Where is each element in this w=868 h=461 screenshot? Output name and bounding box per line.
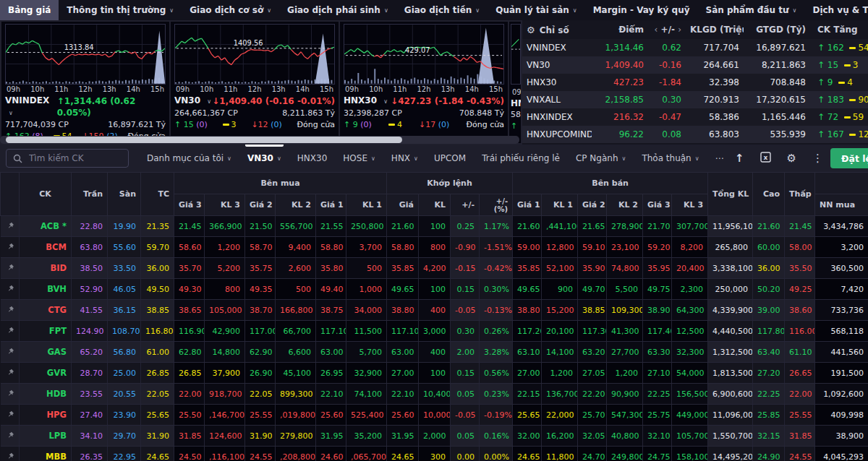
- col-header-khop-kl[interactable]: KL: [419, 194, 451, 216]
- place-order-button[interactable]: Đặt lệnh: [830, 148, 868, 168]
- pin-icon[interactable]: [7, 431, 14, 439]
- pin-icon[interactable]: [7, 264, 14, 271]
- menu-item[interactable]: Thông tin thị trường∨: [59, 0, 182, 20]
- tab-cp-ng-nh[interactable]: CP Ngành∨: [568, 145, 634, 172]
- pin-icon[interactable]: [7, 452, 14, 460]
- tab-danh-m-c-c-a-t-i[interactable]: Danh mục của tôi∨: [139, 145, 239, 172]
- index-name-header[interactable]: ⚙Chỉ số: [522, 25, 592, 35]
- tab-th-a-thu-n[interactable]: Thỏa thuận∨: [634, 145, 707, 172]
- stock-row-BID[interactable]: BID38.5033.5036.0035.705,20035.752,60035…: [1, 258, 868, 279]
- col-header-nn-mua[interactable]: NN mua: [815, 194, 868, 216]
- index-row[interactable]: VNINDEX1,314.460.62717.70416,897.621↑ 16…: [522, 39, 868, 56]
- stock-row-BCM[interactable]: BCM63.8055.6059.7058.601,20058.709,40058…: [1, 237, 868, 258]
- col-header-khop-chg[interactable]: +/-: [451, 194, 480, 216]
- gear-icon[interactable]: ⚙: [527, 25, 535, 35]
- menu-item[interactable]: Margin - Vay ký quỹ: [585, 0, 698, 20]
- pin-icon[interactable]: [7, 222, 14, 229]
- pin-icon[interactable]: [7, 243, 14, 250]
- tab-hnx[interactable]: HNX∨: [383, 145, 426, 172]
- col-header-khop-gia[interactable]: Giá: [387, 194, 419, 216]
- chart-panel-partial[interactable]: 09h HN 58, ↑: [509, 22, 521, 143]
- col-header-mua-kl3[interactable]: KL 3: [205, 194, 245, 216]
- menu-item[interactable]: Dịch vụ & Tiện ích∨: [804, 0, 868, 20]
- stock-row-BVH[interactable]: BVH52.9046.0549.5049.3080049.3550049.401…: [1, 279, 868, 300]
- ticker-symbol[interactable]: BCM: [20, 237, 72, 258]
- menu-item[interactable]: Giao dịch cơ sở∨: [182, 0, 279, 20]
- index-row[interactable]: VN301,409.40-0.16264.6618,211.863↑ 15 3: [522, 56, 868, 74]
- pin-icon[interactable]: [7, 369, 14, 376]
- col-header-mua-kl1[interactable]: KL 1: [346, 194, 387, 216]
- gear-icon[interactable]: ⚙: [787, 153, 796, 164]
- ticker-symbol[interactable]: FPT: [20, 321, 72, 342]
- index-row[interactable]: HNXINDEX216.32-0.4758.3861,165.446↑ 72 5…: [522, 108, 868, 126]
- col-header-ck[interactable]: CK: [20, 173, 72, 216]
- stock-row-CTG[interactable]: CTG41.5536.1538.8538.65105,00038.70166,8…: [1, 300, 868, 321]
- menu-item[interactable]: Sản phẩm đầu tư∨: [698, 0, 805, 20]
- tab-hnx30[interactable]: HNX30: [289, 145, 336, 172]
- col-header-khop-chgp[interactable]: +/-(%): [480, 194, 513, 216]
- index-name[interactable]: VNINDEX ∨: [5, 95, 57, 119]
- stock-row-LPB[interactable]: LPB34.1029.7031.9031.85124,60031.90279,8…: [1, 426, 868, 447]
- col-header-ban-gia1[interactable]: Giá 1: [513, 194, 542, 216]
- search-box[interactable]: [6, 149, 129, 168]
- menu-item[interactable]: Quản lý tài sản∨: [488, 0, 584, 20]
- col-header-tong-kl[interactable]: Tổng KL: [708, 173, 753, 216]
- col-header-mua-gia1[interactable]: Giá 1: [316, 194, 346, 216]
- index-name[interactable]: VN30 ∨: [174, 95, 211, 108]
- stock-row-HDB[interactable]: HDB23.5520.5522.0522.00918,70022.05899,3…: [1, 384, 868, 405]
- index-row[interactable]: HNXUPCOMINDEX96.220.0863.803535.939↑ 167…: [522, 126, 868, 143]
- pin-icon[interactable]: [7, 306, 14, 313]
- ticker-symbol[interactable]: BID: [20, 258, 72, 279]
- pin-icon[interactable]: [7, 389, 14, 397]
- ticker-symbol[interactable]: LPB: [20, 426, 72, 447]
- scrollbar-thumb[interactable]: [6, 137, 402, 143]
- upload-icon[interactable]: ↑: [735, 153, 744, 164]
- menu-item[interactable]: Bảng giá: [0, 0, 59, 20]
- menu-item[interactable]: Giao dịch tiền∨: [396, 0, 488, 20]
- pin-icon[interactable]: [7, 327, 14, 334]
- stock-row-HPG[interactable]: HPG27.4023.9025.6525.50,146,70025.55,019…: [1, 405, 868, 426]
- tab-upcom[interactable]: UPCOM: [426, 145, 474, 172]
- col-header-cao[interactable]: Cao: [753, 173, 785, 216]
- stock-row-GVR[interactable]: GVR28.7025.0026.8526.8537,90026.9045,100…: [1, 363, 868, 384]
- tab--[interactable]: ⋯: [707, 145, 732, 172]
- ticker-symbol[interactable]: HDB: [20, 384, 72, 405]
- ticker-symbol[interactable]: ACB *: [20, 216, 72, 237]
- pin-icon[interactable]: [7, 410, 14, 418]
- col-header-tc[interactable]: TC: [141, 173, 174, 216]
- ticker-symbol[interactable]: GAS: [20, 342, 72, 363]
- menu-item[interactable]: Giao dịch phái sinh∨: [279, 0, 396, 20]
- index-name[interactable]: HN: [511, 98, 521, 109]
- col-header-ban-kl2[interactable]: KL 2: [607, 194, 643, 216]
- ticker-symbol[interactable]: BVH: [20, 279, 72, 300]
- charts-horizontal-scrollbar[interactable]: [0, 136, 519, 144]
- tab-hose[interactable]: HOSE∨: [335, 145, 383, 172]
- index-name[interactable]: HNX30 ∨: [344, 95, 388, 108]
- excel-export-icon[interactable]: x: [760, 152, 771, 165]
- stock-row-MBB[interactable]: MBB26.3522.9524.6524.50,116,10024.55,208…: [1, 447, 868, 461]
- col-header-thap[interactable]: Thấp: [785, 173, 815, 216]
- col-header-ban-gia2[interactable]: Giá 2: [578, 194, 607, 216]
- gtgd-header[interactable]: GTGD (Tỷ): [744, 25, 810, 35]
- ticker-symbol[interactable]: GVR: [20, 363, 72, 384]
- pin-icon[interactable]: [7, 348, 14, 355]
- stock-row-FPT[interactable]: FPT124.90108.70116.80116.9042,900117.006…: [1, 321, 868, 342]
- index-row[interactable]: HNX30427.23-1.8432.398708.848↑ 9 4: [522, 74, 868, 91]
- pin-icon[interactable]: [7, 285, 14, 292]
- tab-vn30[interactable]: VN30∨: [239, 145, 289, 172]
- col-header-ban-kl3[interactable]: KL 3: [672, 194, 708, 216]
- index-row[interactable]: VNXALL2,158.850.30720.91317,320.615↑ 183…: [522, 91, 868, 108]
- col-header-mua-kl2[interactable]: KL 2: [276, 194, 316, 216]
- col-header-mua-gia3[interactable]: Giá 3: [174, 194, 205, 216]
- col-header-ban-kl1[interactable]: KL 1: [542, 194, 578, 216]
- ticker-symbol[interactable]: MBB: [20, 447, 72, 461]
- col-header-mua-gia2[interactable]: Giá 2: [245, 194, 276, 216]
- ticker-symbol[interactable]: HPG: [20, 405, 72, 426]
- ck-up-header[interactable]: CK Tăng: [810, 25, 868, 35]
- point-header[interactable]: Điểm: [592, 25, 648, 35]
- col-header-ban-gia3[interactable]: Giá 3: [643, 194, 672, 216]
- klgd-header[interactable]: KLGD (Triệu): [686, 25, 744, 35]
- kebab-menu-icon[interactable]: ⋮: [812, 153, 823, 164]
- stock-row-GAS[interactable]: GAS65.2056.8061.0062.8014,80062.906,6006…: [1, 342, 868, 363]
- search-input[interactable]: [27, 152, 114, 164]
